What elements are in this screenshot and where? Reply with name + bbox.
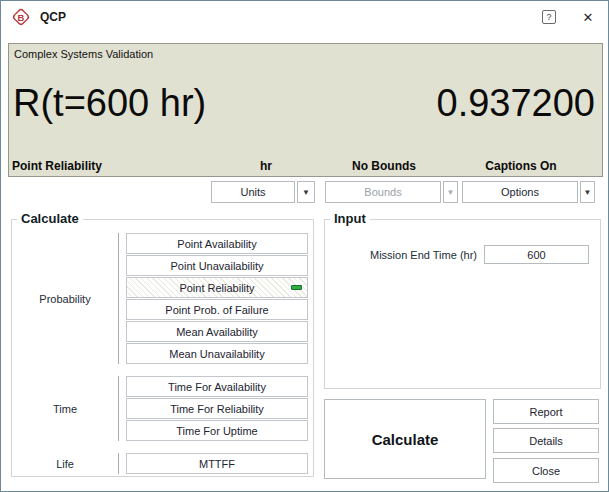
mttff-button[interactable]: MTTFF <box>126 453 308 474</box>
window-title: QCP <box>40 10 66 24</box>
caption-units: hr <box>212 159 320 173</box>
selected-indicator-icon <box>291 285 302 290</box>
point-reliability-button[interactable]: Point Reliability <box>126 277 308 298</box>
calculate-groupbox-title: Calculate <box>17 211 83 226</box>
point-availability-button[interactable]: Point Availability <box>126 233 308 254</box>
caption-bounds: No Bounds <box>326 159 442 173</box>
input-groupbox: Input Mission End Time (hr) <box>324 219 601 389</box>
life-group: Life MTTFF <box>12 453 313 474</box>
options-button[interactable]: Options <box>462 181 578 203</box>
group-separator <box>118 233 119 364</box>
options-dropdown-arrow-icon[interactable]: ▼ <box>580 181 595 203</box>
result-expression: R(t=600 hr) <box>13 84 206 122</box>
life-label: Life <box>12 453 118 474</box>
time-for-availability-button[interactable]: Time For Availability <box>126 376 308 397</box>
group-separator <box>118 376 119 441</box>
time-group: Time Time For Availability Time For Reli… <box>12 376 313 441</box>
app-icon-letter: B <box>18 12 25 23</box>
group-separator <box>118 453 119 474</box>
calculate-groupbox: Calculate Probability Point Availability… <box>11 219 314 477</box>
help-icon[interactable]: ? <box>542 10 556 24</box>
mission-end-time-input[interactable] <box>484 245 589 264</box>
point-unavailability-button[interactable]: Point Unavailability <box>126 255 308 276</box>
time-for-uptime-button[interactable]: Time For Uptime <box>126 420 308 441</box>
probability-group: Probability Point Availability Point Una… <box>12 233 313 364</box>
units-dropdown-arrow-icon[interactable]: ▼ <box>297 181 315 203</box>
results-header: Complex Systems Validation <box>14 48 153 60</box>
result-value: 0.937200 <box>437 84 596 122</box>
caption-captions: Captions On <box>463 159 579 173</box>
input-groupbox-title: Input <box>330 211 370 226</box>
qcp-window: B QCP ? ✕ Complex Systems Validation R(t… <box>0 0 609 492</box>
close-dialog-button[interactable]: Close <box>493 458 599 483</box>
time-for-reliability-button[interactable]: Time For Reliability <box>126 398 308 419</box>
report-button[interactable]: Report <box>493 399 599 424</box>
mean-availability-button[interactable]: Mean Availability <box>126 321 308 342</box>
mission-end-time-label: Mission End Time (hr) <box>370 249 477 261</box>
bounds-dropdown-arrow-icon: ▼ <box>443 181 458 203</box>
titlebar: B QCP ? ✕ <box>1 1 608 33</box>
point-prob-of-failure-button[interactable]: Point Prob. of Failure <box>126 299 308 320</box>
caption-metric: Point Reliability <box>12 159 102 173</box>
bounds-button: Bounds <box>325 181 441 203</box>
details-button[interactable]: Details <box>493 428 599 453</box>
results-panel: Complex Systems Validation R(t=600 hr) 0… <box>8 43 603 177</box>
point-reliability-label: Point Reliability <box>179 282 254 294</box>
close-icon[interactable]: ✕ <box>580 9 596 25</box>
mean-unavailability-button[interactable]: Mean Unavailability <box>126 343 308 364</box>
time-label: Time <box>12 376 118 441</box>
app-icon: B <box>11 7 31 27</box>
probability-label: Probability <box>12 233 118 364</box>
calculate-button[interactable]: Calculate <box>324 399 486 479</box>
units-button[interactable]: Units <box>211 181 295 203</box>
